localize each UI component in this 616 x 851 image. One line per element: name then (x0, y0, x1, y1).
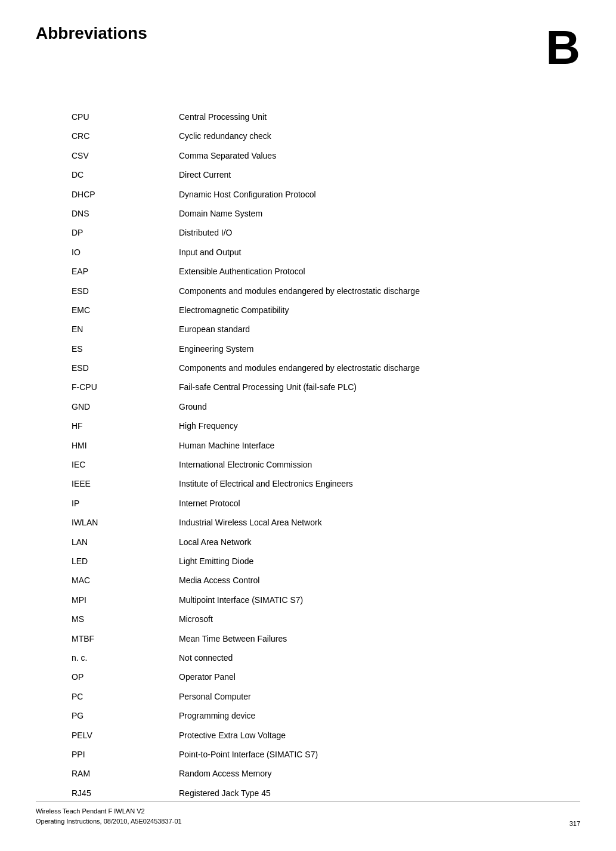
abbrev-definition: Human Machine Interface (179, 439, 616, 452)
abbrev-definition: Electromagnetic Compatibility (179, 304, 616, 317)
abbrev-term: IWLAN (72, 516, 179, 529)
abbreviation-row: DNSDomain Name System (72, 204, 616, 223)
abbreviation-row: DCDirect Current (72, 165, 616, 184)
abbreviation-row: RAMRandom Access Memory (72, 764, 616, 783)
abbrev-term: PG (72, 709, 179, 722)
abbrev-definition: Fail-safe Central Processing Unit (fail-… (179, 380, 616, 394)
abbrev-term: MTBF (72, 632, 179, 645)
abbrev-definition: Operator Panel (179, 670, 616, 683)
abbrev-term: GND (72, 400, 179, 413)
abbrev-term: F-CPU (72, 380, 179, 394)
abbreviation-row: ENEuropean standard (72, 320, 616, 339)
abbrev-definition: Distributed I/O (179, 226, 616, 239)
abbreviation-row: HMIHuman Machine Interface (72, 436, 616, 455)
abbrev-definition: Programming device (179, 709, 616, 722)
abbrev-definition: European standard (179, 323, 616, 336)
abbrev-definition: Domain Name System (179, 207, 616, 220)
abbrev-definition: Comma Separated Values (179, 149, 616, 162)
abbreviation-row: LANLocal Area Network (72, 533, 616, 552)
abbreviation-row: CSVComma Separated Values (72, 146, 616, 165)
abbreviation-row: LEDLight Emitting Diode (72, 552, 616, 571)
abbrev-term: HMI (72, 439, 179, 452)
abbreviation-row: EMCElectromagnetic Compatibility (72, 301, 616, 320)
footer-left: Wireless Teach Pendant F IWLAN V2 Operat… (36, 806, 182, 827)
abbrev-term: LED (72, 555, 179, 568)
page-container: Abbreviations B CPUCentral Processing Un… (0, 0, 616, 851)
abbrev-definition: Not connected (179, 651, 616, 664)
abbreviation-row: F-CPUFail-safe Central Processing Unit (… (72, 377, 616, 397)
footer-line1: Wireless Teach Pendant F IWLAN V2 (36, 806, 182, 817)
abbreviation-row: IPInternet Protocol (72, 494, 616, 513)
abbrev-definition: Engineering System (179, 342, 616, 355)
abbrev-term: n. c. (72, 651, 179, 664)
page-title: Abbreviations (36, 24, 147, 43)
abbrev-definition: Industrial Wireless Local Area Network (179, 516, 616, 529)
abbrev-term: MAC (72, 574, 179, 587)
abbreviation-row: MACMedia Access Control (72, 571, 616, 590)
abbrev-term: IEEE (72, 477, 179, 490)
abbrev-term: IP (72, 497, 179, 510)
abbrev-definition: Protective Extra Low Voltage (179, 729, 616, 742)
abbreviation-row: MSMicrosoft (72, 609, 616, 629)
abbrev-definition: Cyclic redundancy check (179, 129, 616, 143)
abbrev-definition: Multipoint Interface (SIMATIC S7) (179, 593, 616, 606)
abbrev-term: DHCP (72, 188, 179, 201)
abbreviation-row: OPOperator Panel (72, 667, 616, 686)
abbrev-term: EAP (72, 265, 179, 278)
abbrev-definition: Dynamic Host Configuration Protocol (179, 188, 616, 201)
abbrev-term: PC (72, 690, 179, 703)
abbrev-definition: Mean Time Between Failures (179, 632, 616, 645)
appendix-letter: B (546, 24, 580, 72)
abbrev-definition: Extensible Authentication Protocol (179, 265, 616, 278)
abbrev-term: CPU (72, 110, 179, 123)
abbreviation-row: n. c.Not connected (72, 648, 616, 667)
abbreviation-row: GNDGround (72, 397, 616, 416)
abbrev-definition: Microsoft (179, 612, 616, 626)
abbrev-term: CSV (72, 149, 179, 162)
page-footer: Wireless Teach Pendant F IWLAN V2 Operat… (36, 801, 580, 827)
abbreviation-row: ESDComponents and modules endangered by … (72, 358, 616, 377)
abbrev-term: DC (72, 168, 179, 181)
abbreviation-row: DHCPDynamic Host Configuration Protocol (72, 185, 616, 204)
abbrev-definition: High Frequency (179, 419, 616, 432)
abbrev-definition: Components and modules endangered by ele… (179, 361, 616, 375)
abbreviation-row: IOInput and Output (72, 243, 616, 262)
abbreviation-row: PCPersonal Computer (72, 687, 616, 706)
abbreviation-row: EAPExtensible Authentication Protocol (72, 262, 616, 281)
abbreviation-row: ESDComponents and modules endangered by … (72, 281, 616, 301)
abbrev-term: RJ45 (72, 787, 179, 800)
abbreviation-row: HFHigh Frequency (72, 416, 616, 435)
abbrev-term: IEC (72, 458, 179, 471)
abbrev-term: DNS (72, 207, 179, 220)
abbrev-definition: Registered Jack Type 45 (179, 787, 616, 800)
page-header: Abbreviations B (36, 24, 580, 72)
abbrev-definition: Media Access Control (179, 574, 616, 587)
abbrev-definition: Random Access Memory (179, 767, 616, 780)
abbrev-definition: Light Emitting Diode (179, 555, 616, 568)
abbrev-definition: Local Area Network (179, 536, 616, 549)
abbreviation-row: DPDistributed I/O (72, 223, 616, 242)
abbrev-definition: Central Processing Unit (179, 110, 616, 123)
abbrev-term: EN (72, 323, 179, 336)
abbrev-definition: Institute of Electrical and Electronics … (179, 477, 616, 490)
page-number: 317 (569, 820, 580, 827)
abbrev-definition: Point-to-Point Interface (SIMATIC S7) (179, 748, 616, 761)
abbrev-definition: Ground (179, 400, 616, 413)
abbrev-term: PPI (72, 748, 179, 761)
abbreviation-row: IECInternational Electronic Commission (72, 455, 616, 474)
abbreviation-row: PGProgramming device (72, 706, 616, 725)
abbrev-term: MPI (72, 593, 179, 606)
abbrev-definition: Components and modules endangered by ele… (179, 284, 616, 298)
abbrev-term: PELV (72, 729, 179, 742)
abbreviations-table: CPUCentral Processing UnitCRCCyclic redu… (72, 107, 616, 803)
abbrev-definition: Direct Current (179, 168, 616, 181)
abbreviation-row: IWLANIndustrial Wireless Local Area Netw… (72, 513, 616, 532)
abbreviation-row: IEEEInstitute of Electrical and Electron… (72, 474, 616, 493)
abbreviation-row: MPIMultipoint Interface (SIMATIC S7) (72, 590, 616, 609)
abbrev-term: LAN (72, 536, 179, 549)
abbrev-term: ESD (72, 361, 179, 375)
abbreviation-row: ESEngineering System (72, 339, 616, 358)
abbreviation-row: MTBFMean Time Between Failures (72, 629, 616, 648)
abbreviation-row: CRCCyclic redundancy check (72, 126, 616, 146)
abbrev-term: IO (72, 246, 179, 259)
